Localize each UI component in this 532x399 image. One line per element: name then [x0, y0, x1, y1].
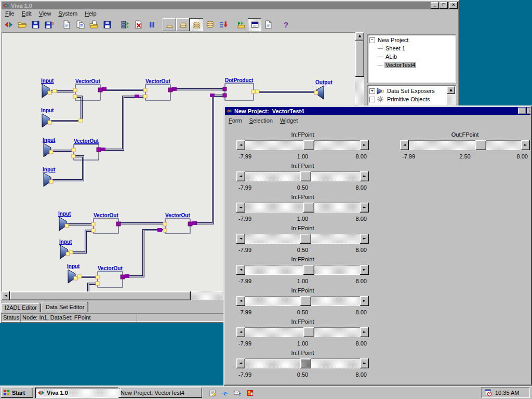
- slider-thumb[interactable]: [303, 203, 314, 212]
- input-connector[interactable]: [66, 252, 70, 256]
- maximize-button[interactable]: □: [527, 108, 530, 114]
- output-connector[interactable]: [97, 148, 101, 152]
- tree-item-label[interactable]: VectorTest4: [384, 62, 416, 68]
- tree-item-new-project[interactable]: −New Project: [369, 36, 456, 44]
- slider-thumb[interactable]: [303, 140, 314, 150]
- slider-right-button[interactable]: ►: [360, 327, 369, 337]
- slider-right-button[interactable]: ►: [360, 234, 369, 244]
- output-connector[interactable]: [121, 275, 125, 279]
- node-vectorout[interactable]: [98, 272, 123, 287]
- layer-one-button[interactable]: [163, 18, 176, 31]
- input-connector[interactable]: [163, 222, 167, 226]
- tree-item-label[interactable]: Primitive Objects: [386, 96, 431, 102]
- save-as-button[interactable]: [42, 18, 56, 31]
- menu-help[interactable]: Help: [81, 10, 100, 18]
- slider-thumb[interactable]: [475, 140, 486, 150]
- new-sheet-button[interactable]: [60, 18, 73, 31]
- tree-item-label[interactable]: Sheet 1: [384, 45, 406, 51]
- main-titlebar[interactable]: Viva 1.0 _ □ ×: [2, 2, 458, 9]
- collapse-icon[interactable]: −: [369, 97, 375, 102]
- slider-right-button[interactable]: ►: [360, 358, 369, 368]
- menu-system[interactable]: System: [55, 10, 81, 18]
- wire[interactable]: [88, 284, 96, 291]
- output-connector[interactable]: [168, 88, 172, 92]
- input-connector[interactable]: [48, 91, 51, 95]
- slider-left-button[interactable]: ◄: [236, 171, 245, 181]
- task-button-viva-1-0[interactable]: Viva 1.0: [35, 388, 121, 398]
- input-connector[interactable]: [72, 148, 75, 152]
- minimize-button[interactable]: _: [431, 2, 439, 9]
- slider-track[interactable]: ◄►: [236, 140, 369, 150]
- vscroll-thumb[interactable]: [355, 41, 364, 77]
- slider-left-button[interactable]: ◄: [236, 358, 245, 368]
- node-vectorout[interactable]: [145, 85, 170, 100]
- input-connector[interactable]: [96, 282, 99, 285]
- node-dotproduct[interactable]: [225, 84, 254, 100]
- slider-right-button[interactable]: ►: [360, 140, 369, 150]
- tree-item-vectortest4[interactable]: VectorTest4: [369, 61, 456, 69]
- form-titlebar[interactable]: New Project: VectorTest4 _ □: [225, 107, 530, 115]
- sheet-list-button[interactable]: [217, 18, 230, 31]
- build-stack-button[interactable]: [118, 18, 131, 31]
- layer-stack-button[interactable]: [203, 18, 217, 31]
- hscroll-thumb[interactable]: [10, 291, 191, 300]
- slider-right-button[interactable]: ►: [360, 265, 369, 275]
- input-connector[interactable]: [73, 88, 77, 92]
- node-vectorout[interactable]: [94, 219, 118, 233]
- minimize-button[interactable]: _: [518, 108, 526, 114]
- input-connector[interactable]: [96, 275, 99, 279]
- node-vectorout[interactable]: [75, 85, 100, 100]
- scheduler-tray-icon[interactable]: [484, 389, 492, 396]
- tree-item-alib[interactable]: ALib: [369, 52, 456, 61]
- input-connector[interactable]: [251, 90, 255, 94]
- wire[interactable]: [191, 96, 223, 223]
- help-button[interactable]: [279, 18, 292, 31]
- slider-thumb[interactable]: [300, 234, 311, 244]
- tree-item-label[interactable]: Data Set Exposers: [386, 88, 436, 94]
- execute-button[interactable]: [234, 18, 248, 31]
- tree-item-sheet-1[interactable]: Sheet 1: [369, 44, 456, 52]
- input-connector[interactable]: [314, 91, 318, 95]
- menu-selection[interactable]: Selection: [246, 117, 276, 125]
- slider-left-button[interactable]: ◄: [236, 203, 245, 212]
- input-connector[interactable]: [73, 95, 77, 98]
- input-connector[interactable]: [143, 95, 147, 98]
- tree-item-data-set-exposers[interactable]: +Data Set Exposers: [369, 87, 456, 95]
- input-connector[interactable]: [143, 88, 147, 92]
- open-sheet-button[interactable]: [87, 18, 100, 31]
- slider-thumb[interactable]: [303, 265, 314, 275]
- slider-track[interactable]: ◄►: [236, 296, 369, 306]
- input-connector[interactable]: [72, 154, 75, 158]
- layer-two-button[interactable]: [176, 18, 190, 31]
- menu-file[interactable]: File: [2, 10, 18, 18]
- slider-track[interactable]: ◄►: [236, 171, 369, 181]
- slider-left-button[interactable]: ◄: [236, 265, 245, 275]
- mail-button[interactable]: [232, 388, 243, 398]
- slider-left-button[interactable]: ◄: [236, 140, 245, 150]
- menu-widget[interactable]: Widget: [276, 117, 301, 125]
- input-connector[interactable]: [49, 180, 53, 183]
- slider-right-button[interactable]: ►: [360, 171, 369, 181]
- scroll-up-button[interactable]: ▲: [355, 32, 364, 41]
- slider-track[interactable]: ◄►: [236, 358, 369, 368]
- tab-i2adl-editor[interactable]: I2ADL Editor: [1, 303, 41, 312]
- notes-button[interactable]: [207, 388, 218, 398]
- tree-item-label[interactable]: New Project: [377, 37, 409, 43]
- save-project-button[interactable]: [29, 18, 42, 31]
- tree-item-label[interactable]: ALib: [384, 54, 398, 60]
- slider-thumb[interactable]: [300, 358, 311, 368]
- tree-item-primitive-objects[interactable]: −Primitive Objects: [369, 95, 456, 103]
- expand-icon[interactable]: +: [369, 88, 375, 94]
- menu-form[interactable]: Form: [225, 117, 246, 125]
- save-sheet-button[interactable]: [100, 18, 114, 31]
- start-button[interactable]: Start: [1, 388, 33, 398]
- output-connector[interactable]: [116, 222, 121, 226]
- slider-left-button[interactable]: ◄: [236, 234, 245, 244]
- slider-right-button[interactable]: ►: [360, 296, 369, 306]
- app-button[interactable]: [2, 18, 15, 31]
- slider-left-button[interactable]: ◄: [236, 296, 245, 306]
- slider-thumb[interactable]: [303, 327, 314, 337]
- node-vectorout[interactable]: [74, 144, 99, 160]
- output-connector[interactable]: [188, 222, 192, 226]
- output-connector[interactable]: [98, 88, 102, 92]
